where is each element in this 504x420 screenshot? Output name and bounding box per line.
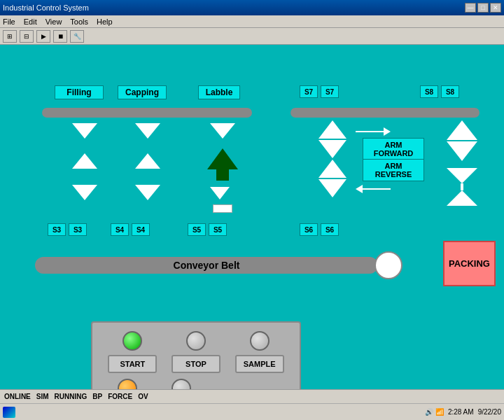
capping-arrow-down2 <box>135 185 160 200</box>
toolbar-btn-3[interactable]: ▶ <box>36 30 50 43</box>
top-conveyor-bar-right <box>290 108 479 118</box>
s4b-sensor[interactable]: S4 <box>132 223 150 236</box>
title-bar-controls: — □ ✕ <box>465 3 501 13</box>
arm-forward-arrow-row <box>356 127 391 136</box>
labble-label: Labble <box>198 85 240 99</box>
stop-button[interactable]: STOP <box>172 355 220 373</box>
toolbar-btn-5[interactable]: 🔧 <box>70 30 84 43</box>
manual-indicator <box>172 379 191 389</box>
status-sim: SIM <box>36 393 49 400</box>
control-buttons-row: START STOP SAMPLE <box>101 355 291 373</box>
arm-forward-button[interactable]: ARM FORWARD <box>363 138 424 160</box>
menu-help[interactable]: Help <box>97 18 113 26</box>
capping-arrow-up <box>135 153 160 169</box>
s6b-sensor[interactable]: S6 <box>321 223 339 236</box>
top-conveyor-bar-left <box>42 108 252 118</box>
window-frame: Industrial Control System — □ ✕ File Edi… <box>0 0 504 420</box>
sample-indicator <box>250 331 270 351</box>
main-content: Filling Capping Labble S7 S7 S8 S8 <box>0 45 504 389</box>
status-online: ONLINE <box>4 393 31 400</box>
stop-indicator <box>186 331 206 351</box>
s5b-sensor[interactable]: S5 <box>209 223 227 236</box>
title-bar: Industrial Control System — □ ✕ <box>0 0 504 15</box>
menu-file[interactable]: File <box>3 18 15 26</box>
status-running: RUNNING <box>55 393 88 400</box>
s8a-sensor[interactable]: S8 <box>420 85 438 98</box>
status-ov: OV <box>138 393 148 400</box>
packing-button[interactable]: PACKING <box>443 241 496 286</box>
menu-view[interactable]: View <box>46 18 62 26</box>
menu-edit[interactable]: Edit <box>24 18 37 26</box>
labble-indicator <box>213 204 232 213</box>
conveyor-wheel <box>374 251 402 279</box>
s7a-sensor[interactable]: S7 <box>300 85 318 98</box>
status-force: FORCE <box>108 393 132 400</box>
arm-reverse-button[interactable]: ARM REVERSE <box>363 159 424 181</box>
filling-arrow-up <box>72 153 97 169</box>
start-menu-icon[interactable] <box>3 407 15 418</box>
maximize-button[interactable]: □ <box>477 3 489 13</box>
toolbar-btn-1[interactable]: ⊞ <box>3 30 17 43</box>
taskbar-time: 2:28 AM <box>448 408 474 416</box>
sample-button[interactable]: SAMPLE <box>235 355 284 373</box>
start-indicator <box>122 331 142 351</box>
conveyor-belt-track: Conveyor Belt <box>35 257 378 274</box>
s7b-sensor[interactable]: S7 <box>321 85 339 98</box>
toolbar-btn-4[interactable]: ⏹ <box>53 30 67 43</box>
indicator-row <box>101 331 291 351</box>
taskbar: 🔊 📶 2:28 AM 9/22/20 <box>0 403 504 420</box>
close-button[interactable]: ✕ <box>490 3 501 13</box>
minimize-button[interactable]: — <box>465 3 476 13</box>
s4a-sensor[interactable]: S4 <box>111 223 129 236</box>
toolbar-btn-2[interactable]: ⊟ <box>20 30 34 43</box>
right-section-arrows-left <box>318 120 346 197</box>
s8b-sensor[interactable]: S8 <box>441 85 459 98</box>
start-button[interactable]: START <box>108 355 157 373</box>
status-bp: BP <box>92 393 102 400</box>
right-section-arrows-right <box>447 120 477 206</box>
capping-label: Capping <box>118 85 167 99</box>
menu-bar: File Edit View Tools Help <box>0 15 504 28</box>
taskbar-date: 9/22/20 <box>478 408 501 416</box>
mode-indicator-row <box>101 379 291 389</box>
system-tray-icons: 🔊 📶 <box>425 408 444 416</box>
labble-arrow-down <box>210 123 235 139</box>
status-bar: ONLINE SIM RUNNING BP FORCE OV <box>0 389 504 403</box>
title-bar-text: Industrial Control System <box>3 4 89 12</box>
menu-tools[interactable]: Tools <box>70 18 88 26</box>
filling-label: Filling <box>55 85 104 99</box>
conveyor-belt-label: Conveyor Belt <box>174 260 240 271</box>
auto-indicator <box>118 379 137 389</box>
filling-arrow-down2 <box>72 185 97 200</box>
s3a-sensor[interactable]: S3 <box>48 223 66 236</box>
capping-arrow-down <box>135 123 160 139</box>
taskbar-left <box>3 407 15 418</box>
conveyor-belt-container: Conveyor Belt <box>35 251 399 279</box>
labble-arrow-down2 <box>210 187 230 200</box>
s5a-sensor[interactable]: S5 <box>188 223 206 236</box>
taskbar-right: 🔊 📶 2:28 AM 9/22/20 <box>425 408 501 416</box>
s6a-sensor[interactable]: S6 <box>300 223 318 236</box>
filling-arrow-down <box>72 123 97 139</box>
toolbar: ⊞ ⊟ ▶ ⏹ 🔧 <box>0 28 504 45</box>
s3b-sensor[interactable]: S3 <box>69 223 87 236</box>
control-panel: START STOP SAMPLE AUTO MANUAL <box>91 321 301 389</box>
arm-reverse-arrow-row <box>356 185 391 193</box>
labble-arrow-up-active <box>207 148 238 181</box>
